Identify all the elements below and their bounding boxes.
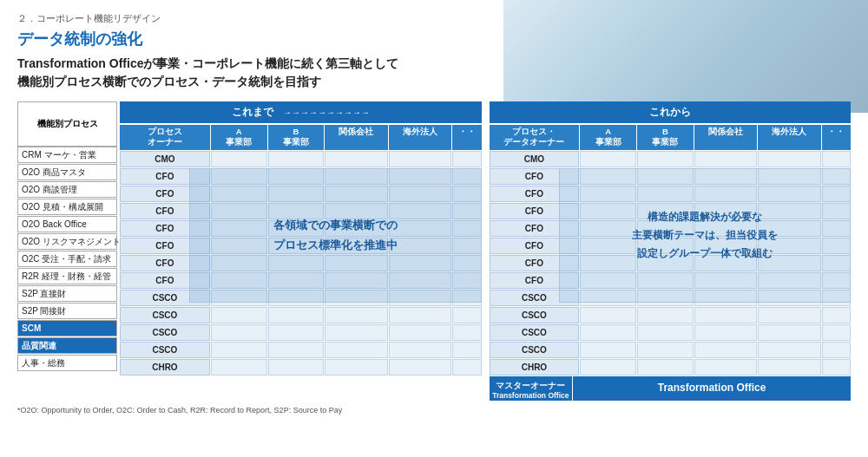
owner-cell-kara: CSCO <box>490 342 580 358</box>
sub-headers-kara: プロセス・データオーナー A事業部 B事業部 関係会社 海外法人 ・・ <box>490 125 852 150</box>
b-dept-header-kara: B事業部 <box>637 125 694 150</box>
owner-cell-made: CSCO <box>120 342 210 358</box>
dots-cell-made <box>452 324 481 341</box>
relation-cell-made <box>325 307 388 323</box>
dots-cell-made <box>452 359 481 375</box>
kore-kara-header: これから <box>490 101 852 123</box>
a-dept-cell-kara <box>580 307 636 323</box>
data-rows-kara: CMOCFOCFOCFOCFOCFOCFOCFOCSCOCSCOCSCOCSCO… <box>490 151 852 375</box>
subtitle: Transformation Officeが事業・コーポレート機能に続く第三軸と… <box>17 55 851 91</box>
master-owner-sub: Transformation Office長 <box>491 391 571 412</box>
left-label-row: SCM <box>17 320 117 336</box>
a-dept-cell-kara <box>580 342 636 358</box>
owner-cell-made: CSCO <box>120 324 210 341</box>
kankeisha-header-made: 関係会社 <box>325 125 388 150</box>
made-bottom-spacer <box>120 376 482 401</box>
table-row: CHRO <box>490 359 852 375</box>
b-dept-cell-kara <box>637 359 694 375</box>
table-row: CMO <box>120 151 482 167</box>
owner-cell-kara: CHRO <box>490 359 580 375</box>
left-label-row: 人事・総務 <box>17 355 117 371</box>
kankeisha-header-kara: 関係会社 <box>694 125 758 150</box>
master-owner-cell: マスターオーナー Transformation Office長 <box>490 376 573 401</box>
process-owner-header: プロセスオーナー <box>120 125 210 150</box>
overlay-box-made: 各領域での事業横断でのプロセス標準化を推進中 <box>189 168 482 303</box>
overseas-cell-made <box>389 359 452 375</box>
table-row: CSCO <box>490 324 852 341</box>
b-dept-cell-kara <box>637 307 694 323</box>
left-labels-list: CRM マーケ・営業O2O 商品マスタO2O 商談管理O2O 見積・構成展開O2… <box>17 147 117 371</box>
dots-cell-made <box>452 342 481 358</box>
left-label-row: CRM マーケ・営業 <box>17 147 117 163</box>
left-labels-column: 機能別プロセス CRM マーケ・営業O2O 商品マスタO2O 商談管理O2O 見… <box>17 101 117 401</box>
dots-cell-kara <box>822 324 851 341</box>
section-separator <box>484 101 487 401</box>
relation-cell-kara <box>694 342 758 358</box>
a-dept-cell-made <box>211 359 267 375</box>
relation-cell-kara <box>694 324 758 341</box>
left-label-row: O2O リスクマネジメント <box>17 233 117 250</box>
relation-cell-kara <box>694 151 758 167</box>
overseas-cell-made <box>389 307 452 323</box>
b-dept-cell-kara <box>637 151 694 167</box>
b-dept-cell-made <box>268 342 325 358</box>
left-label-row: O2O 商品マスタ <box>17 164 117 180</box>
kaigai-header-kara: 海外法人 <box>758 125 821 150</box>
a-dept-cell-made <box>211 324 267 341</box>
table-row: CSCO <box>120 307 482 323</box>
table-row: CSCO <box>490 307 852 323</box>
table-row: CHRO <box>120 359 482 375</box>
relation-cell-made <box>325 324 388 341</box>
dots-header-made: ・・ <box>452 125 481 150</box>
left-label-row: S2P 直接財 <box>17 285 117 302</box>
left-label-row: O2O 商談管理 <box>17 181 117 198</box>
left-label-row: O2O 見積・構成展開 <box>17 199 117 215</box>
relation-cell-made <box>325 359 388 375</box>
relation-cell-kara <box>694 307 758 323</box>
overseas-cell-made <box>389 151 452 167</box>
overseas-cell-kara <box>758 151 821 167</box>
left-label-row: S2P 間接財 <box>17 303 117 319</box>
dots-cell-kara <box>822 359 851 375</box>
owner-cell-kara: CSCO <box>490 307 580 323</box>
left-label-row: R2R 経理・財務・経管 <box>17 268 117 284</box>
a-dept-cell-kara <box>580 151 636 167</box>
section-label: ２．コーポレート機能リデザイン <box>17 12 851 25</box>
dots-cell-made <box>452 307 481 323</box>
left-header-cell: 機能別プロセス <box>17 101 117 147</box>
owner-cell-made: CSCO <box>120 307 210 323</box>
relation-cell-made <box>325 342 388 358</box>
data-rows-made: CMOCFOCFOCFOCFOCFOCFOCFOCSCOCSCOCSCOCSCO… <box>120 151 482 375</box>
transformation-office-cell: Transformation Office <box>573 376 851 401</box>
table-row: CMO <box>490 151 852 167</box>
section-kore-kara: これから プロセス・データオーナー A事業部 B事業部 関係会社 海外法人 ・・… <box>490 101 852 401</box>
overseas-cell-kara <box>758 307 821 323</box>
overseas-cell-kara <box>758 342 821 358</box>
overlay-box-kara: 構造的課題解決が必要な主要横断テーマは、担当役員を設定しグループ一体で取組む <box>559 168 852 303</box>
relation-cell-kara <box>694 359 758 375</box>
b-dept-cell-made <box>268 359 325 375</box>
overseas-cell-kara <box>758 324 821 341</box>
owner-cell-made: CHRO <box>120 359 210 375</box>
dots-cell-kara <box>822 307 851 323</box>
a-dept-cell-made <box>211 342 267 358</box>
a-dept-cell-made <box>211 151 267 167</box>
table-row: CSCO <box>490 342 852 358</box>
main-table: 機能別プロセス CRM マーケ・営業O2O 商品マスタO2O 商談管理O2O 見… <box>17 101 851 401</box>
overseas-cell-made <box>389 342 452 358</box>
table-row: CSCO <box>120 342 482 358</box>
b-dept-cell-made <box>268 324 325 341</box>
dots-cell-kara <box>822 151 851 167</box>
sub-headers-made: プロセスオーナー A事業部 B事業部 関係会社 海外法人 ・・ <box>120 125 482 150</box>
b-dept-cell-made <box>268 307 325 323</box>
footnote: *O2O: Opportunity to Order, O2C: Order t… <box>17 406 851 415</box>
owner-cell-kara: CSCO <box>490 324 580 341</box>
b-dept-cell-kara <box>637 324 694 341</box>
a-dept-cell-made <box>211 307 267 323</box>
owner-cell-kara: CMO <box>490 151 580 167</box>
left-label-row: 品質関連 <box>17 337 117 354</box>
dots-header-kara: ・・ <box>822 125 851 150</box>
page-title: データ統制の強化 <box>17 29 851 49</box>
process-data-owner-header: プロセス・データオーナー <box>490 125 580 150</box>
owner-cell-made: CMO <box>120 151 210 167</box>
